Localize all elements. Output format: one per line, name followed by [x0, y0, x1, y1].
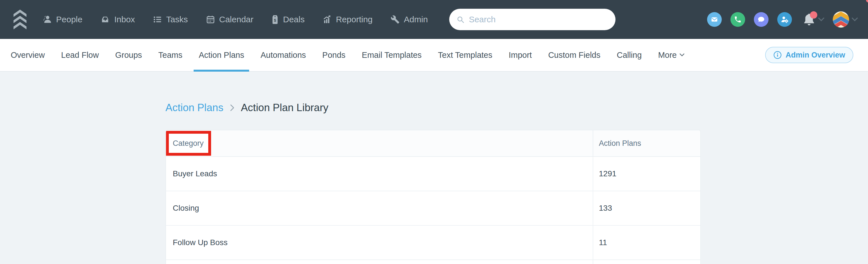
tab-label: Calling [617, 51, 642, 60]
nav-item-label: Calendar [219, 15, 254, 24]
notifications-chevron-down-icon[interactable] [818, 18, 824, 22]
search-input[interactable] [469, 15, 608, 24]
count-cell: 1291 [593, 157, 700, 191]
table-header-row: Category Action Plans [166, 130, 700, 157]
phone-icon [734, 16, 742, 23]
breadcrumb-chevron-right-icon [230, 104, 235, 112]
tab-label: Groups [115, 51, 142, 60]
tab-label: Email Templates [362, 51, 422, 60]
tasks-icon [153, 15, 162, 24]
tab-action-plans[interactable]: Action Plans [194, 39, 249, 71]
nav-item-admin[interactable]: Admin [391, 15, 428, 24]
nav-item-reporting[interactable]: Reporting [323, 15, 373, 24]
page-title: Action Plan Library [241, 101, 329, 114]
nav-item-label: Reporting [336, 15, 373, 24]
tab-more[interactable]: More [653, 39, 690, 71]
inbox-icon [100, 15, 110, 24]
tab-calling[interactable]: Calling [612, 39, 647, 71]
people-icon [43, 15, 52, 24]
admin-subnav: Overview Lead Flow Groups Teams Action P… [0, 39, 868, 71]
admin-overview-button[interactable]: Admin Overview [765, 47, 854, 63]
envelope-icon [710, 15, 719, 24]
tab-teams[interactable]: Teams [153, 39, 187, 71]
admin-overview-label: Admin Overview [785, 51, 845, 60]
nav-item-label: Admin [404, 15, 428, 24]
nav-item-tasks[interactable]: Tasks [153, 15, 188, 24]
account-chevron-down-icon[interactable] [851, 18, 858, 22]
nav-item-deals[interactable]: $ Deals [271, 15, 305, 24]
calendar-icon [206, 15, 215, 24]
nav-item-inbox[interactable]: Inbox [100, 15, 135, 24]
tab-label: Import [509, 51, 532, 60]
table-row[interactable]: Closing 133 [166, 191, 700, 226]
tab-custom-fields[interactable]: Custom Fields [543, 39, 606, 71]
tab-label: Automations [260, 51, 306, 60]
tab-import[interactable]: Import [504, 39, 537, 71]
top-navbar: People Inbox Tasks [0, 0, 868, 39]
tab-groups[interactable]: Groups [110, 39, 147, 71]
add-person-button[interactable] [777, 12, 792, 27]
action-plan-library-table: Category Action Plans Buyer Leads 1291 C… [165, 130, 701, 264]
avatar-chevrons-icon [833, 11, 849, 28]
tab-email-templates[interactable]: Email Templates [357, 39, 427, 71]
nav-item-label: Inbox [114, 15, 135, 24]
main-content: Action Plans Action Plan Library Categor… [165, 101, 701, 264]
tab-lead-flow[interactable]: Lead Flow [56, 39, 104, 71]
category-cell: Closing [166, 191, 593, 225]
tab-text-templates[interactable]: Text Templates [433, 39, 497, 71]
count-cell: 133 [593, 191, 700, 225]
column-header-label: Category [173, 139, 204, 148]
nav-item-label: Deals [283, 15, 305, 24]
tab-label: Text Templates [438, 51, 492, 60]
search-icon [457, 15, 464, 24]
tab-label: More [658, 51, 677, 60]
column-header-category[interactable]: Category [166, 130, 593, 156]
column-header-action-plans[interactable]: Action Plans [593, 130, 700, 156]
deals-icon: $ [271, 15, 279, 24]
tab-label: Ponds [322, 51, 345, 60]
tab-label: Overview [11, 51, 45, 60]
info-icon [773, 51, 782, 59]
tab-overview[interactable]: Overview [6, 39, 50, 71]
email-button[interactable] [707, 12, 722, 27]
nav-item-label: People [56, 15, 82, 24]
topnav-right-actions [699, 11, 858, 28]
svg-text:$: $ [274, 18, 276, 23]
table-row[interactable]: Follow Up Boss 11 [166, 226, 700, 260]
tab-automations[interactable]: Automations [255, 39, 311, 71]
tab-label: Teams [158, 51, 182, 60]
nav-item-calendar[interactable]: Calendar [206, 15, 254, 24]
nav-item-people[interactable]: People [43, 15, 82, 24]
notifications-badge [810, 11, 817, 19]
count-cell: 11 [593, 226, 700, 260]
tab-label: Action Plans [199, 51, 244, 60]
inbox-unread-badge [866, 0, 868, 3]
account-avatar[interactable] [833, 11, 849, 28]
tab-ponds[interactable]: Ponds [317, 39, 350, 71]
tab-label: Custom Fields [548, 51, 600, 60]
tab-label: Lead Flow [61, 51, 99, 60]
global-search [449, 9, 616, 30]
admin-wrench-icon [391, 15, 400, 24]
person-gear-icon [780, 15, 789, 24]
text-message-button[interactable] [754, 12, 769, 27]
category-cell: Buyer Leads [166, 157, 593, 191]
primary-nav: People Inbox Tasks [43, 15, 428, 24]
table-row[interactable]: Buyer Leads 1291 [166, 157, 700, 191]
chat-bubble-icon [757, 16, 765, 23]
category-cell: Follow Up Boss [166, 226, 593, 260]
column-header-label: Action Plans [599, 139, 641, 148]
table-row[interactable] [166, 260, 700, 264]
count-cell [593, 260, 700, 264]
breadcrumb: Action Plans Action Plan Library [165, 101, 701, 114]
nav-item-label: Tasks [166, 15, 188, 24]
call-button[interactable] [731, 12, 745, 27]
category-cell [166, 260, 593, 264]
notifications-button[interactable] [803, 12, 815, 27]
more-chevron-down-icon [679, 53, 685, 57]
reporting-icon [323, 15, 332, 24]
follow-up-boss-logo-icon[interactable] [13, 9, 27, 29]
breadcrumb-link-action-plans[interactable]: Action Plans [165, 101, 223, 114]
